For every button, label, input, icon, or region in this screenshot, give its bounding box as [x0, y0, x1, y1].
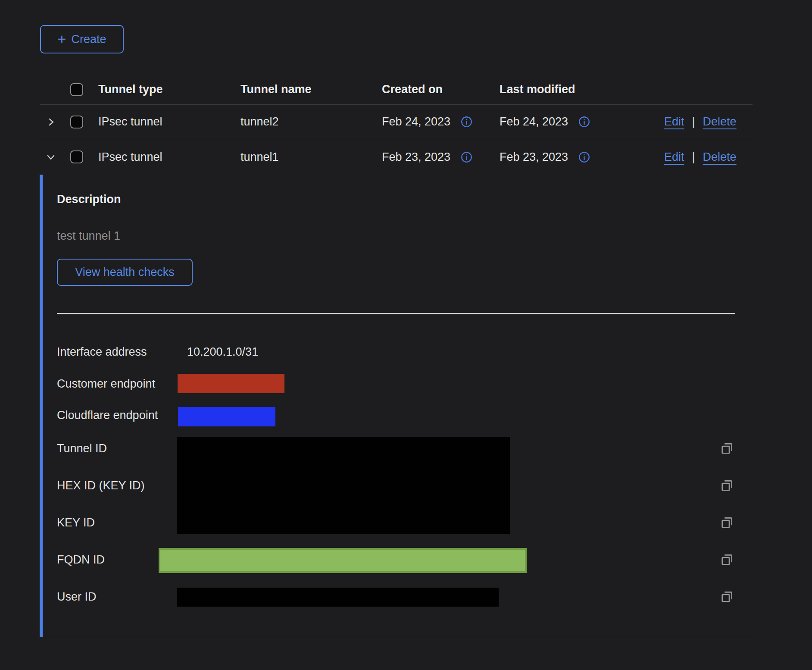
column-header-created-on: Created on [382, 83, 500, 96]
description-heading: Description [57, 192, 121, 207]
action-separator: | [692, 115, 695, 128]
table-header-row: Tunnel type Tunnel name Created on Last … [40, 75, 753, 105]
tunnels-table: Tunnel type Tunnel name Created on Last … [40, 75, 753, 175]
delete-link[interactable]: Delete [703, 115, 737, 128]
info-icon[interactable] [461, 151, 472, 163]
collapse-row-button[interactable] [40, 152, 70, 162]
row-checkbox-cell [70, 116, 98, 128]
column-header-tunnel-name: Tunnel name [240, 83, 382, 96]
column-header-last-modified: Last modified [500, 83, 664, 96]
section-divider [57, 313, 735, 314]
hex-id-label: HEX ID (KEY ID) [57, 478, 145, 493]
description-value: test tunnel 1 [57, 229, 120, 243]
edit-link[interactable]: Edit [664, 115, 684, 128]
row-checkbox[interactable] [70, 150, 83, 163]
tunnel-hex-key-id-redacted-values [177, 437, 510, 534]
view-health-checks-button[interactable]: View health checks [57, 259, 193, 286]
tunnel-type-value: IPsec tunnel [98, 115, 240, 128]
last-modified-cell: Feb 23, 2023 [500, 150, 664, 164]
info-icon[interactable] [578, 151, 590, 163]
edit-link[interactable]: Edit [664, 150, 684, 164]
copy-icon[interactable] [720, 589, 734, 604]
copy-icon[interactable] [720, 552, 734, 567]
interface-address-label: Interface address [57, 344, 147, 359]
tunnel-name-value: tunnel2 [240, 115, 382, 128]
user-id-redacted-value [177, 588, 499, 607]
created-on-cell: Feb 23, 2023 [382, 150, 500, 164]
chevron-down-icon [46, 152, 56, 162]
select-all-checkbox[interactable] [70, 83, 83, 96]
last-modified-value: Feb 23, 2023 [500, 150, 568, 164]
create-button[interactable]: + Create [40, 25, 124, 53]
row-checkbox-cell [70, 150, 98, 163]
table-row: IPsec tunnel tunnel1 Feb 23, 2023 Feb 23… [40, 139, 753, 175]
cloudflare-endpoint-redacted-value [178, 407, 275, 426]
row-actions-cell: Edit | Delete [664, 115, 753, 128]
tunnel-name-value: tunnel1 [240, 150, 382, 164]
interface-address-value: 10.200.1.0/31 [187, 344, 258, 359]
row-actions-cell: Edit | Delete [664, 150, 753, 164]
fqdn-id-label: FQDN ID [57, 552, 105, 567]
tunnel-id-label: Tunnel ID [57, 441, 107, 456]
header-checkbox-cell [70, 83, 98, 96]
user-id-label: User ID [57, 589, 97, 604]
last-modified-cell: Feb 24, 2023 [500, 115, 664, 128]
delete-link[interactable]: Delete [703, 150, 737, 164]
copy-icon[interactable] [720, 441, 734, 456]
customer-endpoint-redacted-value [178, 374, 284, 393]
row-checkbox[interactable] [70, 116, 83, 128]
fqdn-id-redacted-value [159, 548, 527, 573]
created-on-value: Feb 23, 2023 [382, 150, 450, 164]
table-row: IPsec tunnel tunnel2 Feb 24, 2023 Feb 24… [40, 105, 753, 139]
info-icon[interactable] [461, 116, 472, 128]
create-button-label: Create [71, 33, 106, 46]
last-modified-value: Feb 24, 2023 [500, 115, 568, 128]
copy-icon[interactable] [720, 478, 734, 493]
key-id-label: KEY ID [57, 515, 95, 530]
chevron-right-icon [46, 117, 56, 127]
plus-icon: + [58, 31, 66, 46]
expand-row-button[interactable] [40, 117, 70, 127]
customer-endpoint-label: Customer endpoint [57, 376, 155, 391]
tunnel-details-panel: Description test tunnel 1 View health ch… [40, 175, 753, 637]
tunnel-type-value: IPsec tunnel [98, 150, 240, 164]
copy-icon[interactable] [720, 515, 734, 530]
created-on-cell: Feb 24, 2023 [382, 115, 500, 128]
cloudflare-endpoint-label: Cloudflare endpoint [57, 408, 158, 423]
created-on-value: Feb 24, 2023 [382, 115, 450, 128]
tunnels-page: + Create Tunnel type Tunnel name Created… [0, 0, 812, 670]
info-icon[interactable] [578, 116, 590, 128]
action-separator: | [692, 150, 695, 164]
column-header-tunnel-type: Tunnel type [98, 83, 240, 96]
